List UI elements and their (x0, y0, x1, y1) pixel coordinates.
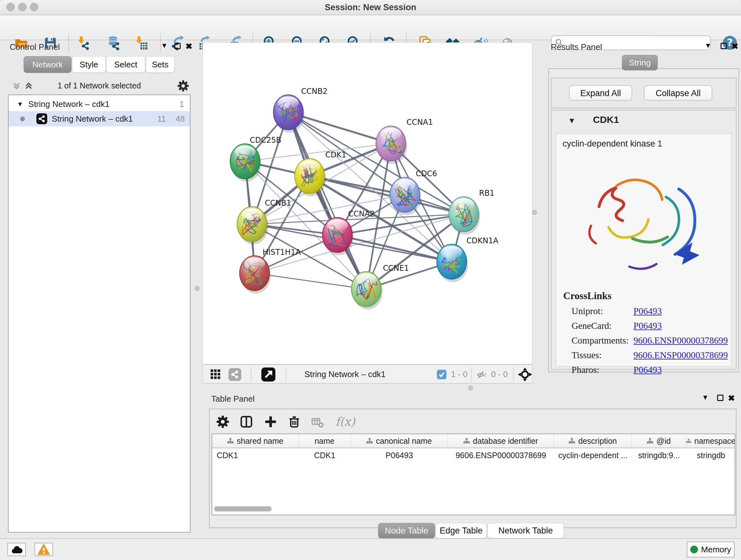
node-details: cyclin-dependent kinase 1 CrossLinks Uni… (556, 133, 731, 367)
cloud-icon (10, 545, 23, 554)
crosslink-label: GeneCard: (571, 318, 629, 333)
column-type-icon (227, 438, 233, 444)
panel-menu-icon[interactable]: ▼ (702, 393, 709, 401)
tab-string[interactable]: String (622, 55, 658, 70)
show-columns-icon[interactable] (240, 415, 253, 428)
column-header[interactable]: @id (632, 434, 686, 448)
network-node-label-CDC25B: CDC25B (250, 136, 281, 145)
table-row[interactable]: CDK1 CDK1 P06493 9606.ENSP00000378699 cy… (212, 448, 735, 462)
crosshair-icon[interactable] (518, 367, 532, 382)
hidden-eye-icon[interactable] (476, 369, 488, 381)
column-type-icon (463, 438, 470, 444)
network-node-label-CCNE1: CCNE1 (383, 264, 409, 273)
network-node-label-CDC6: CDC6 (416, 169, 437, 178)
column-header[interactable]: shared name (212, 434, 299, 448)
right-splitter-handle[interactable] (532, 210, 537, 215)
tissues-link[interactable]: 9606.ENSP00000378699 (633, 350, 728, 360)
uniprot-link[interactable]: P06493 (633, 306, 662, 316)
network-edge-CCNB2-CCNE1[interactable] (288, 112, 366, 289)
network-view-title: String Network – cdk1 (305, 369, 386, 379)
column-type-icon (569, 438, 575, 444)
share-view-icon[interactable] (228, 368, 241, 381)
column-type-icon (647, 438, 653, 444)
collection-count: 1 (180, 99, 184, 109)
network-node-label-CCNA2: CCNA2 (348, 209, 375, 219)
column-header[interactable]: name (299, 434, 351, 448)
string-network-icon (37, 113, 47, 124)
selected-checkbox[interactable] (437, 370, 447, 379)
network-node-label-CCNB1: CCNB1 (265, 199, 291, 207)
section-collapse-icon[interactable]: ▼ (568, 116, 576, 125)
expand-all-button[interactable]: Expand All (569, 85, 632, 101)
float-panel-icon[interactable] (721, 43, 727, 49)
section-title: CDK1 (593, 114, 619, 125)
tab-sets[interactable]: Sets (146, 56, 175, 73)
results-node-section: ▼ CDK1 cyclin-dependent kinase 1 CrossLi… (551, 110, 737, 370)
column-type-icon (686, 438, 691, 444)
create-column-icon[interactable] (264, 415, 277, 428)
network-row-selected[interactable]: String Network – cdk1 11 48 (9, 111, 190, 126)
float-panel-icon[interactable] (717, 395, 724, 401)
network-edge-CCNA2-CDKN1A[interactable] (337, 235, 452, 262)
network-canvas[interactable]: CCNB2CCNA1CDC25BCDK1CDC6RB1CCNB1CCNA2CDK… (203, 43, 532, 364)
float-panel-icon[interactable] (174, 43, 181, 49)
close-panel-icon[interactable]: ✖ (185, 42, 192, 51)
genecard-link[interactable]: P06493 (633, 320, 662, 331)
network-selection-bar: 1 of 1 Network selected (8, 78, 191, 93)
results-panel-title: Results Panel (551, 42, 602, 52)
network-node-label-RB1: RB1 (479, 189, 494, 198)
memory-button[interactable]: Memory (687, 542, 735, 557)
crosslinks-values: P06493 P06493 9606.ENSP00000378699 9606.… (633, 304, 728, 377)
close-panel-icon[interactable]: ✖ (731, 42, 738, 51)
table-panel-header: Table Panel ▼ ✖ (206, 393, 739, 406)
network-tree-panel: ▼ String Network – cdk1 1 String Network… (8, 95, 191, 533)
memory-status-dot-icon (690, 546, 698, 553)
results-panel-header: Results Panel ▼ ✖ (546, 42, 739, 53)
left-splitter-handle[interactable] (195, 286, 199, 291)
protein-structure-image (561, 159, 727, 287)
collapse-all-button[interactable]: Collapse All (644, 85, 712, 101)
crosslink-label: Uniprot: (571, 304, 629, 318)
separator (513, 368, 514, 381)
tree-expand-icon[interactable]: ▼ (17, 101, 23, 108)
selection-status-text: 1 of 1 Network selected (8, 81, 191, 90)
function-builder-icon: f(x) (335, 415, 355, 428)
delete-column-icon[interactable] (287, 415, 301, 428)
tab-style[interactable]: Style (72, 56, 106, 73)
network-collection-row[interactable]: ▼ String Network – cdk1 1 (9, 97, 190, 111)
panel-menu-icon[interactable]: ▼ (704, 42, 712, 50)
table-gear-icon[interactable] (216, 415, 229, 428)
delete-table-icon (311, 417, 324, 428)
pharos-link[interactable]: P06493 (633, 365, 662, 375)
panel-menu-icon[interactable]: ▼ (161, 42, 168, 50)
crosslink-label: Pharos: (571, 362, 629, 377)
network-node-label-CCNA1: CCNA1 (407, 118, 433, 127)
birds-eye-toggle[interactable] (261, 368, 275, 381)
node-table: shared name name canonical name database… (212, 434, 735, 515)
network-edge-CCNE1-HIST1H1A[interactable] (255, 273, 366, 289)
column-header[interactable]: canonical name (351, 434, 448, 448)
network-view: CCNB2CCNA1CDC25BCDK1CDC6RB1CCNB1CCNA2CDK… (203, 43, 532, 364)
table-header-row: shared name name canonical name database… (212, 434, 735, 448)
horizontal-scrollbar[interactable] (214, 506, 272, 511)
column-header[interactable]: namespace (686, 434, 735, 448)
hidden-node-edge-counts: 0 - 0 (491, 369, 508, 379)
grid-view-icon[interactable] (210, 369, 221, 380)
horizontal-splitter-handle[interactable] (468, 386, 473, 390)
cloud-status-button[interactable] (7, 543, 26, 556)
network-label: String Network – cdk1 (52, 114, 133, 124)
network-node-label-CCNB2: CCNB2 (301, 87, 327, 96)
tab-edge-table[interactable]: Edge Table (435, 523, 487, 538)
close-panel-icon[interactable]: ✖ (728, 393, 735, 403)
network-node-label-CDKN1A: CDKN1A (466, 236, 498, 245)
tab-select[interactable]: Select (106, 56, 145, 73)
column-header[interactable]: database identifier (448, 434, 554, 448)
tab-node-table[interactable]: Node Table (378, 523, 435, 538)
warnings-button[interactable] (35, 543, 53, 556)
gear-icon[interactable] (177, 80, 189, 92)
compartments-link[interactable]: 9606.ENSP00000378699 (633, 335, 728, 346)
column-header[interactable]: description (554, 434, 632, 448)
tab-network[interactable]: Network (23, 56, 71, 73)
table-panel-title: Table Panel (211, 394, 255, 404)
tab-network-table[interactable]: Network Table (487, 523, 564, 538)
